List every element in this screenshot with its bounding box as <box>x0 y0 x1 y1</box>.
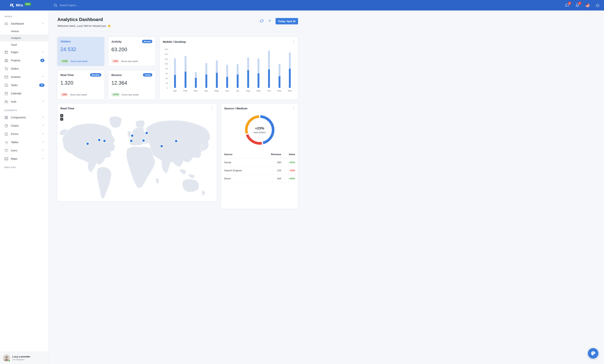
check-square-icon <box>4 132 8 136</box>
world-map[interactable]: + − <box>57 112 217 182</box>
chart-menu-button[interactable] <box>292 40 295 44</box>
source-cell: Direct <box>224 177 265 180</box>
world-map-graphic <box>57 112 217 182</box>
sidebar-item-label: Tables <box>11 141 42 144</box>
sidebar-subitem-analytics[interactable]: Analytics <box>0 35 48 41</box>
map-zoom-out-button[interactable]: − <box>60 118 63 121</box>
stat-title: Visitors <box>60 40 71 43</box>
sidebar-item-maps[interactable]: Maps <box>0 155 48 163</box>
sidebar-subitem-label: Analytics <box>11 37 21 39</box>
x-axis-label: Nov <box>274 89 285 92</box>
sidebar-item-pages[interactable]: Pages <box>0 48 48 56</box>
chevron-up-icon <box>42 22 44 25</box>
sidebar-item-orders[interactable]: Orders <box>0 64 48 73</box>
sidebar-section-label: ELEMENTS <box>0 106 48 113</box>
stacked-bar-chart: 020406080100120140160 <box>163 49 295 88</box>
sidebar-item-projects[interactable]: Projects8 <box>0 56 48 64</box>
refresh-button[interactable] <box>260 19 264 23</box>
chevron-down-icon <box>42 50 44 53</box>
sidebar-item-icons[interactable]: Icons <box>0 146 48 155</box>
revenue-cell: 125 <box>265 169 281 172</box>
stat-value: 24.532 <box>60 47 101 52</box>
bar-may[interactable] <box>212 49 222 88</box>
stat-note: Since last week <box>121 60 138 63</box>
x-axis-labels: JanFebMarAprMayJunJulAugSepOctNovDec <box>170 89 295 92</box>
chart-card-title: Mobile / Desktop <box>163 40 186 44</box>
bar-feb[interactable] <box>180 49 191 88</box>
global-search <box>54 4 302 7</box>
source-menu-button[interactable] <box>292 107 295 110</box>
chevron-up-icon <box>42 22 44 25</box>
sidebar-item-label: Invoices <box>11 75 42 78</box>
map-menu-button[interactable] <box>210 107 214 110</box>
sidebar-subitem-default[interactable]: Default <box>0 28 48 35</box>
map-marker[interactable] <box>161 145 163 147</box>
y-axis-tick: 0 <box>167 87 168 89</box>
stat-card-activity: Activity Annual 63.200 -12% Since last w… <box>108 37 155 66</box>
x-axis-label: Sep <box>253 89 264 92</box>
map-marker[interactable] <box>175 140 177 142</box>
sidebar-item-invoices[interactable]: Invoices <box>0 73 48 81</box>
x-axis-label: Oct <box>264 89 274 92</box>
sidebar-item-dashboard[interactable]: Dashboard <box>0 20 48 28</box>
sidebar-item-tasks[interactable]: Tasks17 <box>0 81 48 89</box>
sidebar-item-label: Forms <box>11 132 42 136</box>
bar-jan[interactable] <box>170 49 180 88</box>
bar-jun[interactable] <box>222 49 232 88</box>
sidebar-item-components[interactable]: Components <box>0 113 48 122</box>
y-axis-tick: 160 <box>164 48 168 50</box>
kebab-icon <box>211 107 214 110</box>
map-zoom-controls: + − <box>60 114 63 121</box>
bar-mar[interactable] <box>190 49 201 88</box>
sidebar-item-label: Orders <box>11 67 44 70</box>
app-logo[interactable]: Mira PRO <box>0 3 48 8</box>
map-zoom-in-button[interactable]: + <box>60 114 63 117</box>
search-input[interactable] <box>60 4 123 7</box>
filter-button[interactable] <box>268 19 272 23</box>
map-marker[interactable] <box>146 132 148 134</box>
map-marker[interactable] <box>131 134 134 137</box>
stat-card-bounce: Bounce Yearly 12.364 +27% Since last wee… <box>108 70 155 99</box>
map-marker[interactable] <box>130 140 132 142</box>
stat-value: 1.320 <box>60 80 101 86</box>
map-marker[interactable] <box>87 143 89 145</box>
x-axis-label: Apr <box>201 89 211 92</box>
bar-aug[interactable] <box>243 49 253 88</box>
sidebar-section-label: MIRA PRO <box>0 163 48 170</box>
sidebar: PAGESDashboardDefaultAnalyticsSaaSPagesP… <box>0 11 48 182</box>
map-marker[interactable] <box>98 139 101 141</box>
source-cell: Social <box>224 161 265 164</box>
x-axis-label: Jan <box>170 89 180 92</box>
sidebar-item-tables[interactable]: Tables <box>0 138 48 146</box>
chevron-down-icon <box>42 157 44 160</box>
credit-card-icon <box>4 75 8 79</box>
briefcase-icon <box>4 59 8 62</box>
sidebar-item-calendar[interactable]: Calendar <box>0 89 48 98</box>
chevron-down-icon <box>42 75 44 79</box>
chevron-down-icon <box>42 132 44 136</box>
layout-icon <box>4 50 8 54</box>
stat-title: Real-Time <box>60 73 74 76</box>
map-marker[interactable] <box>103 140 106 142</box>
bar-dec[interactable] <box>285 49 295 88</box>
bar-jul[interactable] <box>232 49 243 88</box>
filter-icon <box>268 19 271 23</box>
sidebar-item-charts[interactable]: Charts <box>0 122 48 130</box>
bar-apr[interactable] <box>201 49 212 88</box>
x-axis-label: Feb <box>180 89 190 92</box>
calendar-icon <box>4 92 8 95</box>
date-range-button[interactable]: Today: April 29 <box>276 18 298 25</box>
bar-sep[interactable] <box>253 49 264 88</box>
chevron-down-icon <box>42 100 44 103</box>
stat-note: Since last week <box>122 93 138 96</box>
source-donut-chart: +23% new visitors <box>245 115 275 145</box>
chevron-down-icon <box>42 50 44 54</box>
bar-nov[interactable] <box>274 49 285 88</box>
sidebar-subitem-saas[interactable]: SaaS <box>0 41 48 48</box>
sidebar-item-auth[interactable]: Auth <box>0 98 48 106</box>
stat-period-badge: Yearly <box>143 73 152 76</box>
sidebar-item-forms[interactable]: Forms <box>0 130 48 138</box>
map-marker[interactable] <box>142 139 145 142</box>
bar-oct[interactable] <box>264 49 274 88</box>
sidebar-item-label: Auth <box>11 100 42 103</box>
